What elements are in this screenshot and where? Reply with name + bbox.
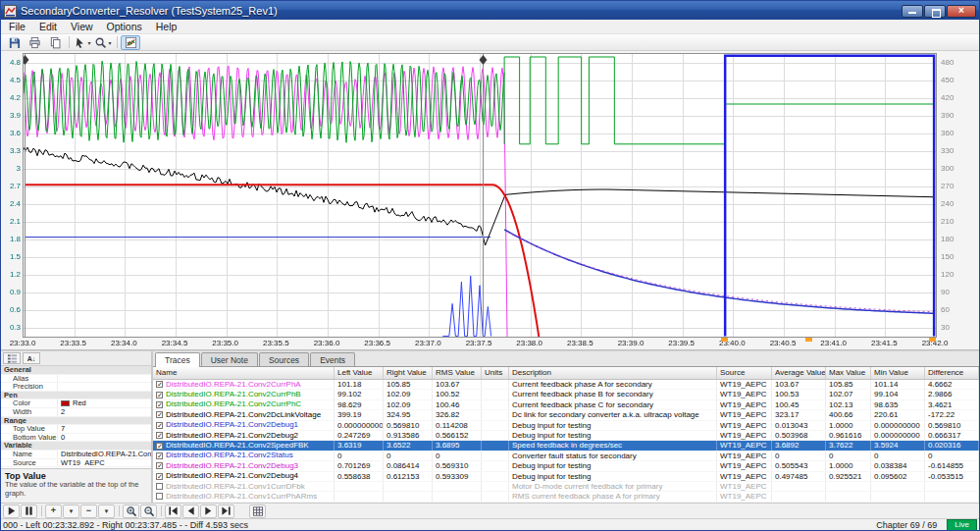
zoom-out-button[interactable] xyxy=(140,504,157,518)
trace-cell xyxy=(826,492,871,501)
alphabetical-sort-button[interactable]: A↓ xyxy=(23,352,40,364)
event-marker[interactable] xyxy=(929,338,936,342)
chart-canvas[interactable] xyxy=(23,53,937,338)
column-header-right-value[interactable]: Right Value xyxy=(384,367,433,379)
trace-checkbox[interactable]: ✓ xyxy=(156,462,163,469)
column-header-difference[interactable]: Difference xyxy=(925,367,979,379)
y-axis-right-label: 420 xyxy=(941,93,966,102)
property-value[interactable] xyxy=(58,375,151,383)
trace-row[interactable]: ✓DistributedIO.REPA-21.Conv2CurrPhA101.1… xyxy=(153,380,979,390)
trace-checkbox[interactable]: ✓ xyxy=(156,422,163,429)
play-button[interactable] xyxy=(3,504,20,518)
property-row: Bottom Value0 xyxy=(1,434,151,443)
jump-start-button[interactable] xyxy=(165,504,181,518)
trace-row[interactable]: ✓DistributedIO.REPA-21.Conv2DcLinkVoltag… xyxy=(153,410,979,420)
column-header-average-value[interactable]: Average Value xyxy=(772,367,826,379)
pause-button[interactable] xyxy=(21,504,37,518)
step-back-button[interactable] xyxy=(182,504,199,518)
property-value[interactable]: 2 xyxy=(58,408,151,416)
maximize-button[interactable] xyxy=(924,5,946,18)
trace-checkbox[interactable]: ✓ xyxy=(156,392,163,398)
menu-item-edit[interactable]: Edit xyxy=(32,20,64,33)
trace-checkbox[interactable] xyxy=(156,483,163,490)
column-header-description[interactable]: Description xyxy=(509,367,717,379)
plus-button[interactable]: + xyxy=(45,504,62,518)
dropdown-arrow-icon[interactable]: ▾ xyxy=(108,39,111,46)
zoom-toolbar-button[interactable]: ▾ xyxy=(93,35,113,50)
tab-traces[interactable]: Traces xyxy=(155,352,200,367)
minimize-button[interactable] xyxy=(902,5,923,18)
jump-end-button[interactable] xyxy=(218,504,234,518)
property-value[interactable]: WT19_AEPC xyxy=(58,459,151,467)
chart-toolbar-button[interactable] xyxy=(121,35,140,50)
trace-cell: Speed feedback in degrees/sec xyxy=(509,441,717,450)
trace-checkbox[interactable]: ✓ xyxy=(156,401,163,408)
trace-checkbox[interactable]: ✓ xyxy=(156,443,163,450)
property-value[interactable]: 0 xyxy=(58,434,151,442)
save-toolbar-button[interactable] xyxy=(4,35,24,50)
trace-row[interactable]: ✓DistributedIO.REPA-21.Conv2Status000Con… xyxy=(153,451,979,461)
event-marker[interactable] xyxy=(721,338,728,342)
trace-row[interactable]: ✓DistributedIO.REPA-21.Conv2Debug20.2472… xyxy=(153,431,979,441)
property-value[interactable] xyxy=(58,383,151,391)
trace-checkbox[interactable]: ✓ xyxy=(156,452,163,459)
event-marker[interactable] xyxy=(805,338,812,342)
trace-checkbox[interactable]: ✓ xyxy=(156,411,163,418)
column-header-left-value[interactable]: Left Value xyxy=(335,367,384,379)
property-category[interactable]: Range xyxy=(1,417,151,426)
property-row: Precision xyxy=(1,383,151,392)
menu-item-options[interactable]: Options xyxy=(100,20,149,33)
trace-checkbox[interactable]: ✓ xyxy=(156,473,163,480)
dropdown-arrow-icon[interactable]: ▾ xyxy=(87,39,90,46)
categorized-sort-button[interactable] xyxy=(3,352,21,364)
trace-checkbox[interactable]: ✓ xyxy=(156,381,163,388)
trace-row[interactable]: DistributedIO.REPA-21.Conv1CurrDFbkMotor… xyxy=(153,482,979,492)
column-header-units[interactable]: Units xyxy=(482,367,509,379)
trace-cell: -0.053515 xyxy=(925,472,979,481)
trace-cell xyxy=(871,492,925,501)
trace-row[interactable]: ✓DistributedIO.REPA-21.Conv2Debug40.5586… xyxy=(153,472,979,482)
menu-item-help[interactable]: Help xyxy=(149,20,184,33)
column-header-name[interactable]: Name xyxy=(153,367,335,379)
trace-cell: 102.07 xyxy=(826,390,871,398)
minus-button[interactable]: − xyxy=(80,504,97,518)
property-category[interactable]: Variable xyxy=(1,442,151,451)
step-fwd-button[interactable] xyxy=(200,504,217,518)
column-header-rms-value[interactable]: RMS Value xyxy=(433,367,482,379)
copy-toolbar-button[interactable] xyxy=(45,35,65,50)
cursor-toolbar-button[interactable]: ▾ xyxy=(73,35,92,50)
trace-cell: 99.102 xyxy=(335,390,384,398)
property-category[interactable]: General xyxy=(1,366,151,375)
property-value[interactable]: DistributedIO.REPA-21.Conv2 xyxy=(58,451,151,458)
tab-events[interactable]: Events xyxy=(310,352,355,366)
menu-item-view[interactable]: View xyxy=(64,20,100,33)
trace-row[interactable]: ✓DistributedIO.REPA-21.Conv2CurrPhC98.62… xyxy=(153,400,979,410)
trace-row[interactable]: ✓DistributedIO.REPA-21.Conv2Debug30.7012… xyxy=(153,461,979,471)
property-value[interactable]: 7 xyxy=(58,425,151,433)
trace-checkbox[interactable] xyxy=(156,493,163,500)
trace-row[interactable]: DistributedIO.REPA-21.Conv1CurrPhARmsRMS… xyxy=(153,492,979,502)
chart-region: 4.84.54.23.93.63.332.72.42.11.81.51.20.9… xyxy=(1,51,979,349)
tab-sources[interactable]: Sources xyxy=(259,352,309,366)
tab-user-note[interactable]: User Note xyxy=(201,352,258,366)
y-axis-right-label: 450 xyxy=(941,76,966,84)
trace-cell: WT19_AEPC xyxy=(717,482,772,491)
table-view-button[interactable] xyxy=(249,504,266,518)
column-header-min-value[interactable]: Min Value xyxy=(871,367,925,379)
zoom-in-button[interactable] xyxy=(123,504,139,518)
column-header-max-value[interactable]: Max Value xyxy=(826,367,871,379)
drop-button[interactable]: ▼ xyxy=(98,504,115,518)
trace-row[interactable]: ✓DistributedIO.REPA-21.Conv2Debug10.0000… xyxy=(153,421,979,431)
trace-row[interactable]: ✓DistributedIO.REPA-21.Conv2CurrPhB99.10… xyxy=(153,390,979,399)
close-button[interactable] xyxy=(947,5,976,18)
property-category[interactable]: Pen xyxy=(1,392,151,400)
drop-button[interactable]: ▼ xyxy=(63,504,79,518)
trace-checkbox[interactable]: ✓ xyxy=(156,432,163,439)
column-header-source[interactable]: Source xyxy=(717,367,772,379)
y-axis-left-label: 1.8 xyxy=(1,235,21,243)
toolbar-separator xyxy=(161,505,162,516)
trace-row[interactable]: ✓DistributedIO.REPA-21.Conv2SpeedFBK3.63… xyxy=(153,441,979,451)
menu-item-file[interactable]: File xyxy=(2,20,32,33)
print-toolbar-button[interactable] xyxy=(25,35,44,50)
property-value[interactable]: Red xyxy=(58,399,151,407)
